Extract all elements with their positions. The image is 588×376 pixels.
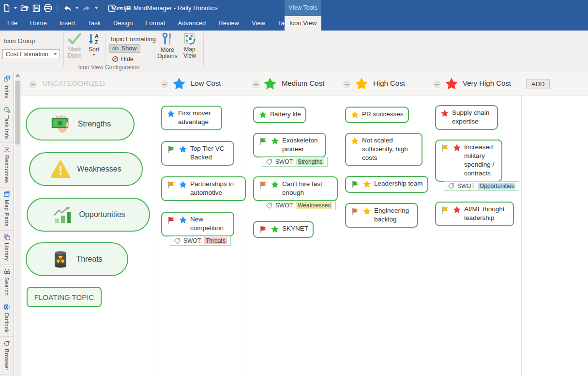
high-cost-star-icon [350,137,359,145]
scroll-up-icon[interactable] [15,74,20,78]
sort-button[interactable]: AZ Sort [85,32,103,56]
swot-tag[interactable]: SWOT: Threats [170,236,231,246]
titlebar: ? Mindjet MindManager - Rally Robotics V… [0,0,588,16]
high-cost-star-icon [354,77,369,91]
topic-card[interactable]: New competition [161,212,234,236]
collapse-medium-cost-button[interactable] [252,80,260,88]
topic-card[interactable]: Supply chain expertise [435,105,498,130]
menu-view[interactable]: View [245,16,271,31]
sidebar-item-index[interactable]: Index [0,72,14,103]
topic-card-label: New competition [190,215,229,233]
topic-card-label: Increased military spending / contracts [464,143,497,178]
topic-card[interactable]: Engineering backlog [345,203,418,228]
topic-card[interactable]: Partnerships in automotive [161,176,246,201]
collapse-low-cost-button[interactable] [161,80,168,88]
more-options-button[interactable]: More Options [156,32,179,60]
topic-card[interactable]: SKYNET [253,221,314,238]
collapse-very-high-cost-button[interactable] [433,80,441,88]
topic-card[interactable]: AI/ML thought leadership [435,202,514,226]
save-icon[interactable] [32,4,40,12]
check-icon [67,32,82,46]
topic-card[interactable]: Can't hire fast enough [253,176,338,201]
warning-triangle-icon [50,160,71,178]
topic-card[interactable]: Leadership team [345,176,428,193]
mark-done-button[interactable]: Mark Done [64,32,85,59]
resources-icon [4,146,10,153]
swot-tag[interactable]: SWOT: Strengths [262,157,328,167]
topic-card[interactable]: Battery life [253,107,306,123]
vertical-scrollbar[interactable] [15,72,21,376]
topic-card[interactable]: Exoskeleton pioneer [253,133,326,157]
high-cost-star-icon [362,180,371,188]
collapse-high-cost-button[interactable] [343,80,351,88]
yellow-flag-icon [440,143,450,153]
menu-home[interactable]: Home [24,16,53,31]
hide-button[interactable]: Hide [109,55,137,63]
undo-icon[interactable] [62,4,72,13]
sidebar-item-resources[interactable]: Resources [0,143,14,188]
tag-value: Opportunities [478,183,515,189]
topic-card[interactable]: First mover advantage [161,106,222,130]
topic-card-label: Top Tier VC Backed [190,144,229,162]
topic-card[interactable]: Not scaled sufficiently, high costs [345,133,422,166]
very-high-cost-star-icon [444,77,459,91]
topic-opportunities[interactable]: Opportunities [27,198,150,232]
eye-icon [112,46,119,51]
menu-design[interactable]: Design [107,16,139,31]
icon-group-select[interactable]: Cost Estimation [2,49,60,59]
column-header-low-cost: Low Cost [191,79,221,87]
menu-insert[interactable]: Insert [53,16,82,31]
topic-card-label: Leadership team [374,179,423,188]
medium-cost-star-icon [263,77,277,91]
map-view-button[interactable]: Map View [180,32,199,59]
sidebar-item-browser[interactable]: Browser [0,337,14,375]
radioactive-barrel-icon [51,250,70,269]
swot-tag[interactable]: SWOT: Weaknesses [262,201,336,210]
sidebar-item-search[interactable]: Search [0,265,14,300]
topic-card[interactable]: Increased military spending / contracts [435,140,502,182]
sidebar-item-map-parts[interactable]: Map Parts [0,188,14,231]
topic-card-label: First mover advantage [178,109,217,126]
scrollbar-thumb[interactable] [15,81,20,144]
medium-cost-star-icon [271,180,279,189]
topic-label: FLOATING TOPIC [34,293,94,301]
menu-review[interactable]: Review [212,16,245,31]
topic-card[interactable]: Top Tier VC Backed [161,141,234,166]
topic-weaknesses[interactable]: Weaknesses [29,152,143,186]
new-document-icon[interactable] [3,4,11,12]
sidebar-item-outlook[interactable]: Outlook [0,300,14,337]
topic-floating[interactable]: FLOATING TOPIC [27,287,102,307]
swot-tag[interactable]: SWOT: Opportunities [444,181,519,191]
tab-icon-view[interactable]: Icon View [285,16,321,31]
toolbar-separator [57,3,58,13]
show-button[interactable]: Show [109,44,140,53]
column-very-high-cost: Supply chain expertise Increased militar… [430,95,521,376]
ribbon-group-caption: Icon View Configuration [58,64,160,71]
menu-task[interactable]: Task [81,16,107,31]
topic-card[interactable]: PR successes [345,107,409,123]
new-document-dropdown-caret[interactable] [14,7,17,9]
green-flag-icon [258,137,268,146]
menu-advanced[interactable]: Advanced [172,16,212,31]
icon-group-value: Cost Estimation [6,51,48,58]
topic-threats[interactable]: Threats [26,242,128,276]
contextual-tab-view-tools[interactable]: View Tools [285,0,321,16]
topic-strengths[interactable]: Strengths [26,108,135,141]
add-column-button[interactable]: ADD [526,79,550,89]
menu-file[interactable]: File [1,16,24,31]
sidebar-item-task-info[interactable]: Task Info [0,103,14,143]
low-cost-star-icon [179,216,187,224]
collapse-uncategorized-button[interactable] [29,80,37,88]
menu-format[interactable]: Format [139,16,171,31]
window-title: Mindjet MindManager - Rally Robotics [73,0,256,16]
tag-label: SWOT: [457,183,476,189]
tag-icon [174,238,181,244]
yellow-flag-icon [166,180,176,189]
topic-card-label: Engineering backlog [374,206,413,224]
svg-text:Z: Z [95,39,98,45]
sidebar-item-library[interactable]: Library [0,231,14,265]
print-icon[interactable] [44,4,52,12]
orange-flag-icon [350,207,360,216]
topic-card-label: Exoskeleton pioneer [282,136,321,154]
open-icon[interactable] [20,4,29,12]
